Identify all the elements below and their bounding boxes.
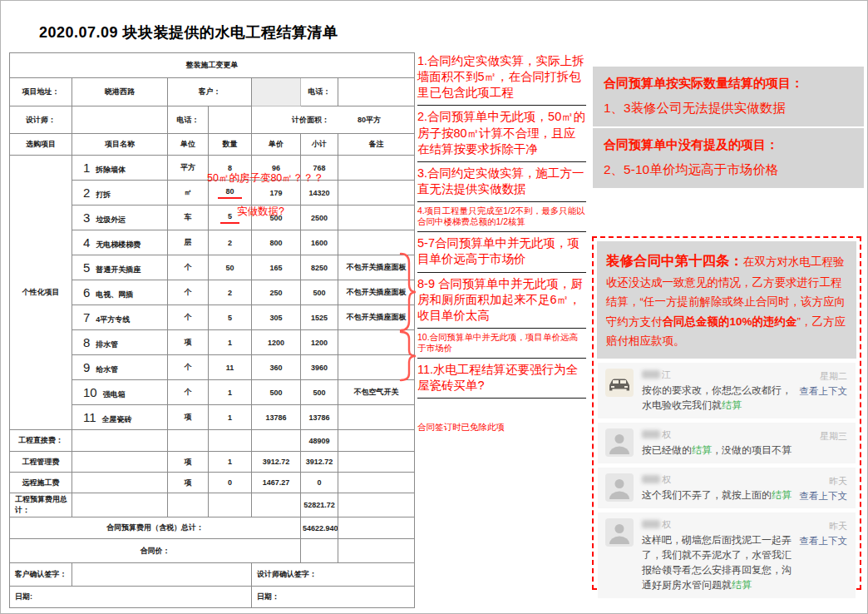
name-visible-suffix: 权 (662, 428, 671, 441)
item-qty: 1 (209, 405, 252, 430)
page-title: 2020.07.09 块块装提供的水电工程结算清单 (39, 22, 338, 42)
note-item: 2.合同预算单中无此项，50㎡的房子按80㎡计算不合理，且应在结算按要求拆除干净 (417, 109, 586, 156)
item-name-cell: 1拆除墙体 (72, 156, 168, 181)
item-remark (338, 405, 415, 430)
phone2-value (209, 106, 252, 134)
sheet-title-row: 整装施工变更单 (10, 53, 415, 78)
actual-data-question-note: 实做数据? (237, 205, 284, 219)
item-remark (338, 156, 415, 181)
item-name: 垃圾外运 (96, 215, 126, 224)
item-unit: 个 (168, 305, 209, 330)
evidence-dashed-box: 装修合同中第十四条：在双方对水电工程验收还没达成一致意见的情况，乙方要求进行工程… (592, 236, 861, 590)
contract-clause-box: 装修合同中第十四条：在双方对水电工程验收还没达成一致意见的情况，乙方要求进行工程… (597, 241, 856, 359)
area-cell: 计价面积：80平方 (252, 106, 415, 134)
info-row-2: 设计师： 电话： 计价面积：80平方 (10, 106, 415, 134)
category-cell: 个性化项目 (10, 156, 72, 430)
item-unit: 个 (168, 280, 209, 305)
designer-label: 设计师： (10, 106, 72, 134)
col-header: 选购项目 (10, 134, 72, 156)
item-unit: 车 (168, 205, 209, 230)
direct-fee-subtotal: 48909 (301, 430, 338, 452)
chat-text: 按已经做的结算，没做的项目不算 (642, 443, 848, 458)
avatar (605, 518, 634, 547)
item-name-cell: 11全屋瓷砖 (72, 405, 168, 430)
avatar (605, 428, 634, 457)
designer-value (72, 106, 168, 134)
col-header: 单价 (252, 134, 301, 156)
item-number: 5 (83, 260, 90, 275)
phone-value (338, 78, 415, 106)
item-name: 强电箱 (103, 390, 126, 399)
item-unit-price: 360 (252, 355, 301, 380)
item-name-cell: 3垃圾外运 (72, 205, 168, 230)
note-item: 11.水电工程结算还要强行为全屋瓷砖买单? (417, 362, 586, 394)
area-label: 计价面积： (292, 116, 329, 124)
item-name: 全屋瓷砖 (102, 415, 132, 423)
keyword-highlight: 结算 (692, 444, 712, 456)
person-avatar-icon (605, 428, 634, 457)
item-qty: 1 (209, 330, 252, 355)
change-order-table: 整装施工变更单 项目地址： 晓港西路 客户： 电话： 设计师： 电话： 计价面积… (9, 52, 415, 608)
signature-row: 客户确认签字： 设计师确认签字： (10, 563, 415, 587)
note-divider (417, 272, 586, 273)
note-divider (417, 161, 586, 162)
avatar (605, 369, 634, 397)
note-item: 10.合同预算单中并无此项，项目单价远高于市场价 (417, 332, 586, 354)
item-unit: 项 (168, 405, 209, 430)
item-remark (338, 181, 415, 205)
item-number: 9 (83, 360, 90, 374)
box-title: 合同预算单按实际数量结算的项目： (604, 76, 853, 92)
view-context-link[interactable]: 查看上下文 (800, 490, 848, 503)
rows5-7-bracket (398, 252, 418, 332)
clause-lead: 装修合同中第十四条： (606, 253, 743, 268)
unmentioned-items-box: 合同预算单中没有提及的项目： 2、5-10单价均远高于市场价格 (593, 128, 864, 188)
actual-quantity-items-box: 合同预算单按实际数量结算的项目： 1、3装修公司无法提供实做数据 (593, 67, 864, 126)
view-context-link[interactable]: 查看上下文 (800, 535, 848, 547)
chat-message[interactable]: 江按你的要求改，你想怎么改都行，水电验收完我们就结算星期二查看上下文 (598, 363, 856, 418)
name-visible-suffix: 权 (662, 518, 671, 531)
box-title: 合同预算单中没有提及的项目： (604, 137, 853, 153)
item-name: 排水管 (96, 340, 118, 349)
area-value: 80平方 (358, 116, 381, 124)
date-row: 日期: 日期： (10, 587, 415, 608)
item-unit-price: 305 (252, 305, 301, 330)
item-name: 给水管 (96, 365, 118, 374)
col-header: 小计 (301, 134, 338, 156)
item-subtotal: 3960 (301, 355, 338, 380)
clause-body-bold: 合同总金额的10%的违约金 (663, 315, 797, 328)
mgmt-fee-row: 工程管理费 项 1 3912.72 3912.72 (10, 452, 415, 473)
redacted-name-blur (642, 520, 660, 528)
note-item: 合同签订时已免除此项 (417, 422, 586, 433)
customer-label: 客户： (168, 78, 252, 106)
item-qty: 50 (209, 255, 252, 280)
view-context-link[interactable]: 查看上下文 (800, 385, 848, 398)
item-subtotal: 13786 (301, 405, 338, 430)
item-unit-price: 13786 (252, 405, 301, 430)
item-name: 无电梯楼梯费 (96, 240, 141, 249)
item-name-cell: 8排水管 (72, 330, 168, 355)
item-qty: 2 (209, 230, 252, 255)
note-item: 4.项目工程量只完成至1/2不到，最多只能以合同中楼梯费总额的1/2核算 (417, 205, 586, 227)
col-header: 项目名称 (72, 134, 168, 156)
note-item: 1.合同约定实做实算，实际上拆墙面积不到5㎡，在合同打拆包里已包含此项工程 (417, 53, 586, 101)
item-name: 4平方专线 (96, 315, 130, 324)
item-unit: ㎡ (168, 181, 209, 205)
direct-fee-row: 工程直接费： 48909 (10, 430, 415, 452)
item-name: 普通开关插座 (96, 265, 141, 274)
item-qty: 11 (209, 355, 252, 380)
item-name: 打拆 (96, 191, 111, 199)
screenshot-canvas: 2020.07.09 块块装提供的水电工程结算清单 整装施工变更单 项目地址： … (0, 0, 868, 614)
note-divider (417, 328, 586, 329)
item-unit-price: 165 (252, 255, 301, 280)
item-unit: 个 (168, 255, 209, 280)
name-visible-suffix: 权 (662, 473, 671, 486)
keyword-highlight: 结算 (772, 489, 792, 501)
chat-message[interactable]: 权这个我们不弄了，就按上面的结算昨天查看上下文 (598, 468, 856, 508)
item-subtotal: 8250 (301, 255, 338, 280)
item-unit: 个 (168, 355, 209, 380)
chat-message[interactable]: 权这样吧，砌墙您后面找泥工一起弄了，我们就不弄泥水了，水管我汇报给领导看怎么安排… (598, 512, 856, 598)
item-remark (338, 205, 415, 230)
item-subtotal: 1525 (301, 305, 338, 330)
chat-timestamp: 昨天 (829, 475, 847, 488)
chat-message[interactable]: 权按已经做的结算，没做的项目不算星期三 (598, 423, 856, 463)
